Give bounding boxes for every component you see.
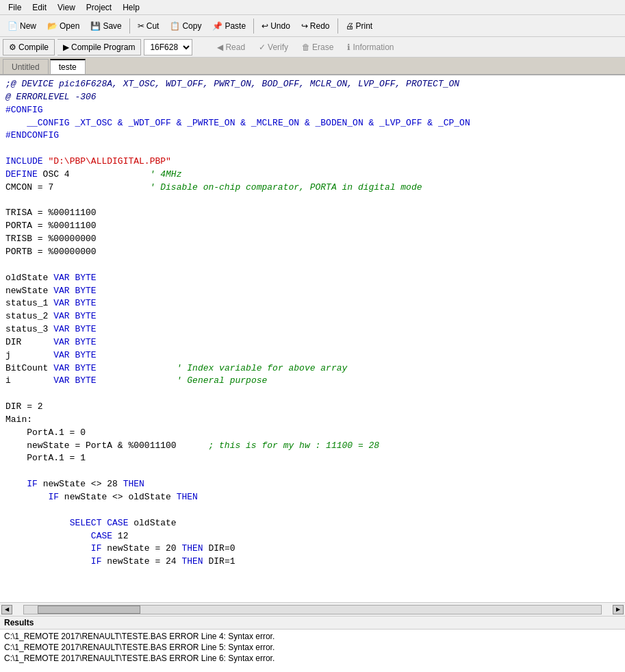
erase-icon: 🗑 [302, 42, 310, 52]
separator-1 [129, 18, 130, 34]
save-label: Save [103, 21, 121, 31]
verify-label: Verify [268, 42, 288, 52]
information-label: Information [353, 42, 394, 52]
device-select[interactable]: 16F628 16F84 16F877 18F452 [144, 39, 192, 55]
verify-action: ✓ Verify [253, 39, 294, 55]
compile-icon: ⚙ [9, 42, 16, 52]
scroll-thumb[interactable] [38, 606, 140, 614]
save-button[interactable]: 💾 Save [86, 17, 126, 35]
scroll-track [23, 605, 602, 614]
compile-button[interactable]: ⚙ Compile [3, 39, 55, 55]
tab-untitled-label: Untitled [12, 62, 40, 72]
open-icon: 📂 [47, 21, 58, 31]
code-editor[interactable]: ;@ DEVICE pic16F628A, XT_OSC, WDT_OFF, P… [0, 75, 625, 602]
tab-teste[interactable]: teste [50, 59, 86, 74]
menu-edit[interactable]: Edit [27, 1, 52, 14]
scroll-right-button[interactable]: ▶ [613, 605, 624, 614]
main-container: File Edit View Project Help 📄 New 📂 Open… [0, 0, 625, 672]
tab-untitled[interactable]: Untitled [3, 59, 49, 74]
print-icon: 🖨 [346, 21, 354, 31]
verify-icon: ✓ [259, 42, 266, 52]
information-icon: ℹ [347, 42, 350, 52]
menu-help[interactable]: Help [117, 1, 145, 14]
erase-action: 🗑 Erase [296, 39, 339, 55]
copy-label: Copy [182, 21, 201, 31]
separator-2 [253, 18, 254, 34]
information-action: ℹ Information [342, 39, 399, 55]
copy-icon: 📋 [170, 21, 180, 31]
menu-project[interactable]: Project [81, 1, 117, 14]
cut-label: Cut [146, 21, 160, 31]
open-label: Open [60, 21, 79, 31]
erase-label: Erase [312, 42, 333, 52]
print-label: Print [356, 21, 373, 31]
result-line-3: C:\1_REMOTE 2017\RENAULT\TESTE.BAS ERROR… [4, 653, 621, 664]
compile-bar: ⚙ Compile ▶ Compile Program 16F628 16F84… [0, 37, 625, 58]
toolbar: 📄 New 📂 Open 💾 Save ✂ Cut 📋 Copy 📌 Paste… [0, 15, 625, 37]
read-label: Read [225, 42, 245, 52]
tab-teste-label: teste [59, 62, 77, 72]
menu-view[interactable]: View [52, 1, 81, 14]
paste-icon: 📌 [212, 21, 222, 31]
new-icon: 📄 [8, 21, 18, 31]
open-button[interactable]: 📂 Open [42, 17, 84, 35]
copy-button[interactable]: 📋 Copy [165, 17, 206, 35]
print-button[interactable]: 🖨 Print [341, 17, 378, 35]
cut-button[interactable]: ✂ Cut [133, 17, 164, 35]
undo-label: Undo [270, 21, 290, 31]
paste-button[interactable]: 📌 Paste [207, 17, 251, 35]
redo-icon: ↪ [301, 21, 308, 31]
new-button[interactable]: 📄 New [3, 17, 41, 35]
menu-file[interactable]: File [3, 1, 27, 14]
separator-3 [337, 18, 338, 34]
undo-icon: ↩ [262, 21, 268, 31]
results-title: Results [4, 618, 34, 627]
menu-bar: File Edit View Project Help [0, 0, 625, 15]
compile-label: Compile [18, 42, 49, 52]
undo-button[interactable]: ↩ Undo [257, 17, 295, 35]
paste-label: Paste [225, 21, 246, 31]
result-line-1: C:\1_REMOTE 2017\RENAULT\TESTE.BAS ERROR… [4, 631, 621, 642]
results-header: Results [0, 616, 625, 630]
tabs-bar: Untitled teste [0, 58, 625, 75]
read-action: ◀ Read [212, 39, 251, 55]
save-icon: 💾 [90, 21, 101, 31]
cut-icon: ✂ [138, 21, 144, 31]
scroll-left-button[interactable]: ◀ [1, 605, 12, 614]
redo-label: Redo [310, 21, 330, 31]
read-icon: ◀ [217, 42, 223, 52]
compile-program-button[interactable]: ▶ Compile Program [58, 39, 141, 55]
device-dropdown-wrapper: 16F628 16F84 16F877 18F452 [144, 39, 192, 55]
editor-wrapper: ;@ DEVICE pic16F628A, XT_OSC, WDT_OFF, P… [0, 75, 625, 672]
horizontal-scrollbar[interactable]: ◀ ▶ [0, 602, 625, 616]
compile-program-label: Compile Program [71, 42, 135, 52]
result-line-2: C:\1_REMOTE 2017\RENAULT\TESTE.BAS ERROR… [4, 642, 621, 653]
results-panel: C:\1_REMOTE 2017\RENAULT\TESTE.BAS ERROR… [0, 630, 625, 672]
redo-button[interactable]: ↪ Redo [296, 17, 335, 35]
compile-program-icon: ▶ [63, 42, 69, 52]
new-label: New [20, 21, 36, 31]
